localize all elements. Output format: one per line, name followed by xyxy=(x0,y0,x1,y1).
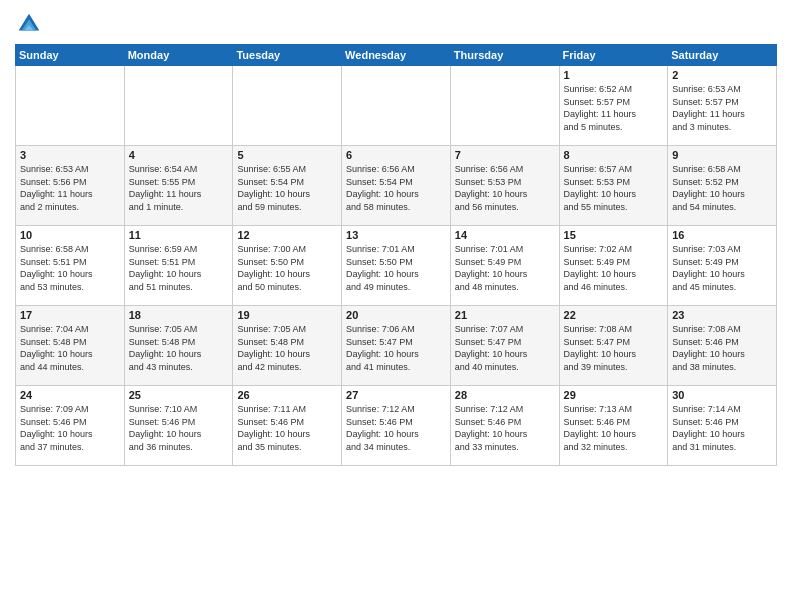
day-info: Sunrise: 6:54 AM Sunset: 5:55 PM Dayligh… xyxy=(129,163,229,213)
day-number: 15 xyxy=(564,229,664,241)
day-number: 18 xyxy=(129,309,229,321)
day-cell: 25Sunrise: 7:10 AM Sunset: 5:46 PM Dayli… xyxy=(124,386,233,466)
day-number: 16 xyxy=(672,229,772,241)
day-number: 1 xyxy=(564,69,664,81)
day-cell xyxy=(342,66,451,146)
day-info: Sunrise: 6:55 AM Sunset: 5:54 PM Dayligh… xyxy=(237,163,337,213)
day-number: 17 xyxy=(20,309,120,321)
day-cell: 19Sunrise: 7:05 AM Sunset: 5:48 PM Dayli… xyxy=(233,306,342,386)
day-info: Sunrise: 7:08 AM Sunset: 5:46 PM Dayligh… xyxy=(672,323,772,373)
day-cell xyxy=(124,66,233,146)
day-cell: 4Sunrise: 6:54 AM Sunset: 5:55 PM Daylig… xyxy=(124,146,233,226)
day-cell: 26Sunrise: 7:11 AM Sunset: 5:46 PM Dayli… xyxy=(233,386,342,466)
day-info: Sunrise: 6:58 AM Sunset: 5:51 PM Dayligh… xyxy=(20,243,120,293)
day-info: Sunrise: 6:53 AM Sunset: 5:57 PM Dayligh… xyxy=(672,83,772,133)
header xyxy=(15,10,777,38)
day-cell: 17Sunrise: 7:04 AM Sunset: 5:48 PM Dayli… xyxy=(16,306,125,386)
week-row-3: 10Sunrise: 6:58 AM Sunset: 5:51 PM Dayli… xyxy=(16,226,777,306)
weekday-saturday: Saturday xyxy=(668,45,777,66)
day-info: Sunrise: 6:56 AM Sunset: 5:53 PM Dayligh… xyxy=(455,163,555,213)
day-number: 3 xyxy=(20,149,120,161)
day-info: Sunrise: 6:56 AM Sunset: 5:54 PM Dayligh… xyxy=(346,163,446,213)
day-info: Sunrise: 6:59 AM Sunset: 5:51 PM Dayligh… xyxy=(129,243,229,293)
calendar-table: SundayMondayTuesdayWednesdayThursdayFrid… xyxy=(15,44,777,466)
weekday-tuesday: Tuesday xyxy=(233,45,342,66)
day-cell: 29Sunrise: 7:13 AM Sunset: 5:46 PM Dayli… xyxy=(559,386,668,466)
day-number: 23 xyxy=(672,309,772,321)
day-number: 9 xyxy=(672,149,772,161)
day-number: 28 xyxy=(455,389,555,401)
day-number: 10 xyxy=(20,229,120,241)
day-info: Sunrise: 6:58 AM Sunset: 5:52 PM Dayligh… xyxy=(672,163,772,213)
day-cell: 15Sunrise: 7:02 AM Sunset: 5:49 PM Dayli… xyxy=(559,226,668,306)
day-cell: 20Sunrise: 7:06 AM Sunset: 5:47 PM Dayli… xyxy=(342,306,451,386)
day-info: Sunrise: 6:52 AM Sunset: 5:57 PM Dayligh… xyxy=(564,83,664,133)
day-info: Sunrise: 6:57 AM Sunset: 5:53 PM Dayligh… xyxy=(564,163,664,213)
day-number: 22 xyxy=(564,309,664,321)
day-number: 2 xyxy=(672,69,772,81)
day-info: Sunrise: 7:12 AM Sunset: 5:46 PM Dayligh… xyxy=(346,403,446,453)
day-number: 21 xyxy=(455,309,555,321)
day-number: 8 xyxy=(564,149,664,161)
day-info: Sunrise: 7:09 AM Sunset: 5:46 PM Dayligh… xyxy=(20,403,120,453)
day-cell: 27Sunrise: 7:12 AM Sunset: 5:46 PM Dayli… xyxy=(342,386,451,466)
day-cell: 14Sunrise: 7:01 AM Sunset: 5:49 PM Dayli… xyxy=(450,226,559,306)
day-number: 5 xyxy=(237,149,337,161)
day-cell: 30Sunrise: 7:14 AM Sunset: 5:46 PM Dayli… xyxy=(668,386,777,466)
day-number: 19 xyxy=(237,309,337,321)
day-info: Sunrise: 7:07 AM Sunset: 5:47 PM Dayligh… xyxy=(455,323,555,373)
day-cell: 7Sunrise: 6:56 AM Sunset: 5:53 PM Daylig… xyxy=(450,146,559,226)
day-cell: 18Sunrise: 7:05 AM Sunset: 5:48 PM Dayli… xyxy=(124,306,233,386)
weekday-thursday: Thursday xyxy=(450,45,559,66)
day-info: Sunrise: 6:53 AM Sunset: 5:56 PM Dayligh… xyxy=(20,163,120,213)
weekday-header-row: SundayMondayTuesdayWednesdayThursdayFrid… xyxy=(16,45,777,66)
day-number: 4 xyxy=(129,149,229,161)
day-cell: 23Sunrise: 7:08 AM Sunset: 5:46 PM Dayli… xyxy=(668,306,777,386)
weekday-sunday: Sunday xyxy=(16,45,125,66)
day-number: 20 xyxy=(346,309,446,321)
day-cell: 12Sunrise: 7:00 AM Sunset: 5:50 PM Dayli… xyxy=(233,226,342,306)
day-cell: 21Sunrise: 7:07 AM Sunset: 5:47 PM Dayli… xyxy=(450,306,559,386)
week-row-1: 1Sunrise: 6:52 AM Sunset: 5:57 PM Daylig… xyxy=(16,66,777,146)
day-cell: 5Sunrise: 6:55 AM Sunset: 5:54 PM Daylig… xyxy=(233,146,342,226)
logo-icon xyxy=(15,10,43,38)
day-cell: 3Sunrise: 6:53 AM Sunset: 5:56 PM Daylig… xyxy=(16,146,125,226)
day-cell: 6Sunrise: 6:56 AM Sunset: 5:54 PM Daylig… xyxy=(342,146,451,226)
day-number: 12 xyxy=(237,229,337,241)
day-cell: 1Sunrise: 6:52 AM Sunset: 5:57 PM Daylig… xyxy=(559,66,668,146)
day-info: Sunrise: 7:01 AM Sunset: 5:49 PM Dayligh… xyxy=(455,243,555,293)
day-cell: 2Sunrise: 6:53 AM Sunset: 5:57 PM Daylig… xyxy=(668,66,777,146)
day-cell: 9Sunrise: 6:58 AM Sunset: 5:52 PM Daylig… xyxy=(668,146,777,226)
day-cell: 10Sunrise: 6:58 AM Sunset: 5:51 PM Dayli… xyxy=(16,226,125,306)
day-cell: 22Sunrise: 7:08 AM Sunset: 5:47 PM Dayli… xyxy=(559,306,668,386)
day-number: 26 xyxy=(237,389,337,401)
day-cell: 13Sunrise: 7:01 AM Sunset: 5:50 PM Dayli… xyxy=(342,226,451,306)
day-cell: 16Sunrise: 7:03 AM Sunset: 5:49 PM Dayli… xyxy=(668,226,777,306)
day-info: Sunrise: 7:00 AM Sunset: 5:50 PM Dayligh… xyxy=(237,243,337,293)
weekday-wednesday: Wednesday xyxy=(342,45,451,66)
day-info: Sunrise: 7:05 AM Sunset: 5:48 PM Dayligh… xyxy=(129,323,229,373)
day-cell xyxy=(233,66,342,146)
day-info: Sunrise: 7:11 AM Sunset: 5:46 PM Dayligh… xyxy=(237,403,337,453)
day-cell: 24Sunrise: 7:09 AM Sunset: 5:46 PM Dayli… xyxy=(16,386,125,466)
day-cell: 8Sunrise: 6:57 AM Sunset: 5:53 PM Daylig… xyxy=(559,146,668,226)
week-row-5: 24Sunrise: 7:09 AM Sunset: 5:46 PM Dayli… xyxy=(16,386,777,466)
day-number: 14 xyxy=(455,229,555,241)
weekday-monday: Monday xyxy=(124,45,233,66)
logo xyxy=(15,10,47,38)
day-info: Sunrise: 7:13 AM Sunset: 5:46 PM Dayligh… xyxy=(564,403,664,453)
day-info: Sunrise: 7:02 AM Sunset: 5:49 PM Dayligh… xyxy=(564,243,664,293)
day-number: 27 xyxy=(346,389,446,401)
day-info: Sunrise: 7:06 AM Sunset: 5:47 PM Dayligh… xyxy=(346,323,446,373)
day-number: 7 xyxy=(455,149,555,161)
day-number: 25 xyxy=(129,389,229,401)
page: SundayMondayTuesdayWednesdayThursdayFrid… xyxy=(0,0,792,476)
week-row-4: 17Sunrise: 7:04 AM Sunset: 5:48 PM Dayli… xyxy=(16,306,777,386)
day-info: Sunrise: 7:12 AM Sunset: 5:46 PM Dayligh… xyxy=(455,403,555,453)
day-number: 29 xyxy=(564,389,664,401)
day-info: Sunrise: 7:14 AM Sunset: 5:46 PM Dayligh… xyxy=(672,403,772,453)
day-info: Sunrise: 7:01 AM Sunset: 5:50 PM Dayligh… xyxy=(346,243,446,293)
day-cell: 28Sunrise: 7:12 AM Sunset: 5:46 PM Dayli… xyxy=(450,386,559,466)
calendar-body: 1Sunrise: 6:52 AM Sunset: 5:57 PM Daylig… xyxy=(16,66,777,466)
day-info: Sunrise: 7:08 AM Sunset: 5:47 PM Dayligh… xyxy=(564,323,664,373)
